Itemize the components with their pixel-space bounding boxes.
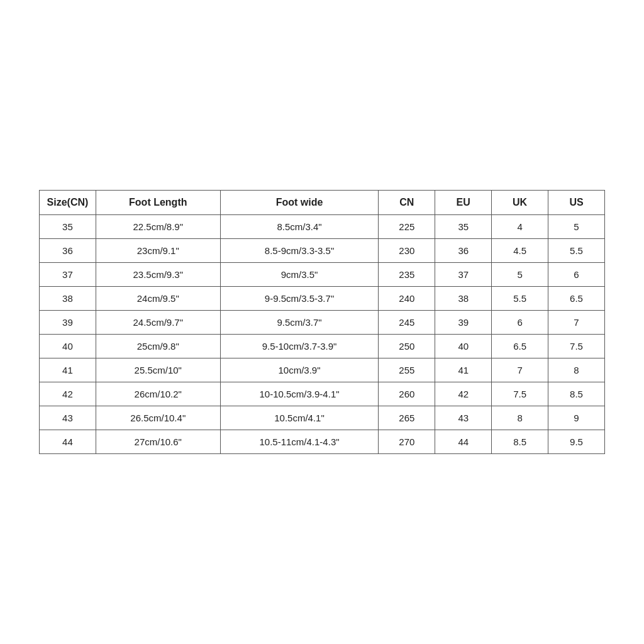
size-chart-table: Size(CN) Foot Length Foot wide CN EU UK … bbox=[39, 190, 605, 454]
header-uk: UK bbox=[492, 191, 548, 215]
cell-us: 5.5 bbox=[548, 239, 605, 263]
table-row: 4427cm/10.6"10.5-11cm/4.1-4.3"270448.59.… bbox=[40, 430, 605, 454]
cell-cn: 240 bbox=[379, 287, 435, 311]
cell-cn: 230 bbox=[379, 239, 435, 263]
cell-eu: 42 bbox=[435, 382, 492, 406]
cell-uk: 4 bbox=[492, 215, 548, 239]
cell-size_cn: 44 bbox=[40, 430, 96, 454]
cell-foot_wide: 8.5-9cm/3.3-3.5" bbox=[220, 239, 379, 263]
cell-cn: 270 bbox=[379, 430, 435, 454]
cell-us: 8 bbox=[548, 358, 605, 382]
cell-us: 7.5 bbox=[548, 335, 605, 358]
cell-foot_length: 23cm/9.1" bbox=[96, 239, 220, 263]
cell-uk: 5.5 bbox=[492, 287, 548, 311]
size-chart-container: Size(CN) Foot Length Foot wide CN EU UK … bbox=[39, 190, 605, 454]
cell-size_cn: 40 bbox=[40, 335, 96, 358]
cell-foot_length: 25.5cm/10" bbox=[96, 358, 220, 382]
cell-foot_length: 22.5cm/8.9" bbox=[96, 215, 220, 239]
header-size-cn: Size(CN) bbox=[40, 191, 96, 215]
cell-cn: 225 bbox=[379, 215, 435, 239]
table-header-row: Size(CN) Foot Length Foot wide CN EU UK … bbox=[40, 191, 605, 215]
cell-foot_length: 26cm/10.2" bbox=[96, 382, 220, 406]
cell-foot_length: 24cm/9.5" bbox=[96, 287, 220, 311]
cell-eu: 35 bbox=[435, 215, 492, 239]
cell-uk: 7 bbox=[492, 358, 548, 382]
cell-uk: 6.5 bbox=[492, 335, 548, 358]
header-foot-wide: Foot wide bbox=[220, 191, 379, 215]
cell-us: 9.5 bbox=[548, 430, 605, 454]
header-eu: EU bbox=[435, 191, 492, 215]
cell-uk: 4.5 bbox=[492, 239, 548, 263]
cell-foot_length: 23.5cm/9.3" bbox=[96, 263, 220, 287]
cell-size_cn: 41 bbox=[40, 358, 96, 382]
cell-uk: 8 bbox=[492, 406, 548, 430]
cell-eu: 41 bbox=[435, 358, 492, 382]
header-us: US bbox=[548, 191, 605, 215]
cell-size_cn: 37 bbox=[40, 263, 96, 287]
table-row: 4326.5cm/10.4"10.5cm/4.1"2654389 bbox=[40, 406, 605, 430]
cell-us: 9 bbox=[548, 406, 605, 430]
cell-eu: 44 bbox=[435, 430, 492, 454]
table-row: 4025cm/9.8"9.5-10cm/3.7-3.9"250406.57.5 bbox=[40, 335, 605, 358]
table-row: 3623cm/9.1"8.5-9cm/3.3-3.5"230364.55.5 bbox=[40, 239, 605, 263]
cell-us: 5 bbox=[548, 215, 605, 239]
cell-size_cn: 42 bbox=[40, 382, 96, 406]
cell-uk: 8.5 bbox=[492, 430, 548, 454]
cell-uk: 6 bbox=[492, 311, 548, 335]
cell-us: 6 bbox=[548, 263, 605, 287]
cell-size_cn: 35 bbox=[40, 215, 96, 239]
cell-cn: 245 bbox=[379, 311, 435, 335]
cell-size_cn: 36 bbox=[40, 239, 96, 263]
cell-uk: 5 bbox=[492, 263, 548, 287]
cell-eu: 43 bbox=[435, 406, 492, 430]
table-row: 3924.5cm/9.7"9.5cm/3.7"2453967 bbox=[40, 311, 605, 335]
cell-eu: 38 bbox=[435, 287, 492, 311]
cell-foot_length: 25cm/9.8" bbox=[96, 335, 220, 358]
cell-uk: 7.5 bbox=[492, 382, 548, 406]
cell-cn: 265 bbox=[379, 406, 435, 430]
cell-eu: 40 bbox=[435, 335, 492, 358]
cell-foot_wide: 10.5-11cm/4.1-4.3" bbox=[220, 430, 379, 454]
cell-foot_wide: 10-10.5cm/3.9-4.1" bbox=[220, 382, 379, 406]
table-row: 3824cm/9.5"9-9.5cm/3.5-3.7"240385.56.5 bbox=[40, 287, 605, 311]
cell-foot_wide: 9cm/3.5" bbox=[220, 263, 379, 287]
cell-foot_length: 27cm/10.6" bbox=[96, 430, 220, 454]
cell-size_cn: 39 bbox=[40, 311, 96, 335]
header-cn: CN bbox=[379, 191, 435, 215]
cell-us: 6.5 bbox=[548, 287, 605, 311]
cell-eu: 36 bbox=[435, 239, 492, 263]
header-foot-length: Foot Length bbox=[96, 191, 220, 215]
cell-foot_length: 26.5cm/10.4" bbox=[96, 406, 220, 430]
table-row: 4226cm/10.2"10-10.5cm/3.9-4.1"260427.58.… bbox=[40, 382, 605, 406]
cell-foot_wide: 9.5cm/3.7" bbox=[220, 311, 379, 335]
table-row: 3723.5cm/9.3"9cm/3.5"2353756 bbox=[40, 263, 605, 287]
cell-cn: 260 bbox=[379, 382, 435, 406]
table-row: 4125.5cm/10"10cm/3.9"2554178 bbox=[40, 358, 605, 382]
cell-eu: 37 bbox=[435, 263, 492, 287]
cell-eu: 39 bbox=[435, 311, 492, 335]
cell-us: 8.5 bbox=[548, 382, 605, 406]
cell-size_cn: 43 bbox=[40, 406, 96, 430]
cell-foot_wide: 9.5-10cm/3.7-3.9" bbox=[220, 335, 379, 358]
cell-cn: 235 bbox=[379, 263, 435, 287]
cell-cn: 255 bbox=[379, 358, 435, 382]
cell-foot_length: 24.5cm/9.7" bbox=[96, 311, 220, 335]
cell-foot_wide: 10.5cm/4.1" bbox=[220, 406, 379, 430]
cell-foot_wide: 10cm/3.9" bbox=[220, 358, 379, 382]
cell-us: 7 bbox=[548, 311, 605, 335]
table-row: 3522.5cm/8.9"8.5cm/3.4"2253545 bbox=[40, 215, 605, 239]
cell-foot_wide: 9-9.5cm/3.5-3.7" bbox=[220, 287, 379, 311]
cell-size_cn: 38 bbox=[40, 287, 96, 311]
cell-cn: 250 bbox=[379, 335, 435, 358]
cell-foot_wide: 8.5cm/3.4" bbox=[220, 215, 379, 239]
